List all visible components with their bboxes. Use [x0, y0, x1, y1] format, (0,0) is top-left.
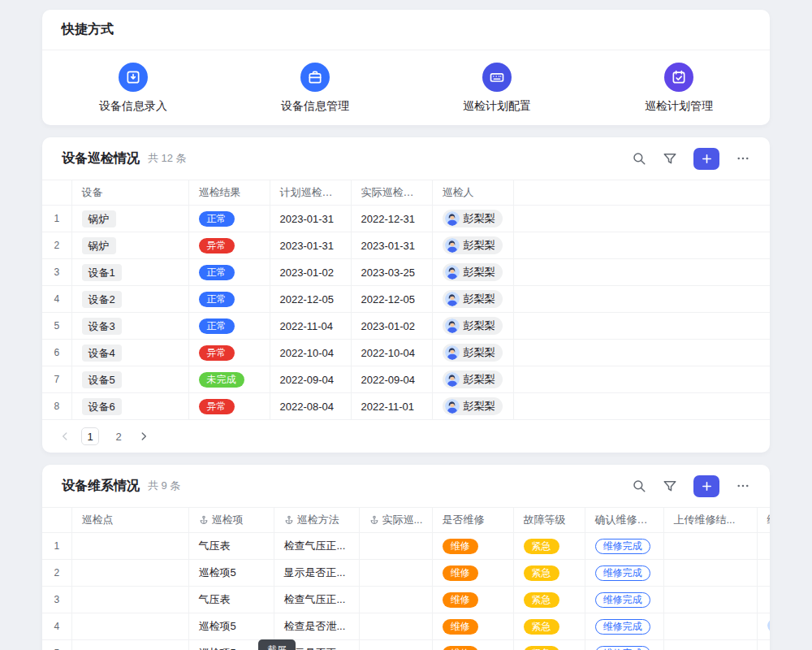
search-icon[interactable]: [632, 151, 646, 166]
col-point[interactable]: 巡检点: [71, 508, 188, 533]
upload-cell[interactable]: [663, 640, 757, 650]
method-cell[interactable]: 检查气压正...: [274, 533, 359, 560]
device-cell[interactable]: 设备2: [71, 286, 188, 313]
shortcut-plan-manage[interactable]: 巡检计划管理: [588, 63, 770, 114]
page-1-button[interactable]: 1: [81, 427, 99, 445]
add-record-button[interactable]: [693, 475, 719, 497]
point-cell[interactable]: [71, 533, 188, 560]
inspector-cell[interactable]: 彭梨梨: [432, 232, 513, 259]
filter-icon[interactable]: [663, 479, 677, 493]
result-cell[interactable]: 正常: [188, 259, 270, 286]
inspector-cell[interactable]: 彭梨梨: [432, 340, 513, 366]
result-cell[interactable]: 异常: [188, 393, 270, 420]
actual-date-cell[interactable]: 2022-09-04: [351, 366, 432, 393]
col-device[interactable]: 设备: [71, 180, 188, 206]
level-cell[interactable]: 紧急: [513, 640, 585, 650]
col-level[interactable]: 故障等级: [513, 508, 585, 533]
col-inspector[interactable]: 巡检人: [432, 180, 513, 206]
shortcut-plan-config[interactable]: 巡检计划配置: [406, 63, 588, 114]
inspector-cell[interactable]: 彭梨梨: [432, 259, 513, 286]
page-2-button[interactable]: 2: [110, 427, 127, 445]
point-cell[interactable]: [71, 560, 188, 587]
planned-date-cell[interactable]: 2022-09-04: [270, 366, 351, 393]
more-icon[interactable]: [736, 151, 750, 166]
device-cell[interactable]: 设备6: [71, 393, 188, 420]
actual-cell[interactable]: [359, 640, 432, 650]
planned-date-cell[interactable]: 2023-01-31: [270, 232, 351, 259]
col-planned-date[interactable]: 计划巡检日...: [270, 180, 351, 206]
actual-cell[interactable]: [359, 587, 432, 613]
planned-date-cell[interactable]: 2022-08-04: [270, 393, 351, 420]
result-cell[interactable]: 正常: [188, 286, 270, 313]
actual-date-cell[interactable]: 2023-03-25: [351, 259, 432, 286]
col-actual-date[interactable]: 实际巡检日...: [351, 180, 432, 206]
col-result[interactable]: 巡检结果: [188, 180, 270, 206]
actual-date-cell[interactable]: 2022-11-01: [351, 393, 432, 420]
actual-date-cell[interactable]: 2023-01-02: [351, 313, 432, 340]
result-cell[interactable]: 正常: [188, 313, 270, 340]
level-cell[interactable]: 紧急: [513, 560, 585, 587]
col-item[interactable]: 巡检项: [188, 508, 274, 533]
confirm-cell[interactable]: 维修完成: [585, 533, 663, 560]
item-cell[interactable]: 气压表: [188, 533, 274, 560]
confirm-cell[interactable]: 维修完成: [585, 613, 663, 640]
filter-icon[interactable]: [663, 151, 677, 166]
planned-date-cell[interactable]: 2022-11-04: [270, 313, 351, 340]
actual-date-cell[interactable]: 2022-10-04: [351, 340, 432, 366]
result-cell[interactable]: 异常: [188, 232, 270, 259]
actual-cell[interactable]: [359, 613, 432, 640]
device-cell[interactable]: 设备4: [71, 340, 188, 366]
add-record-button[interactable]: [693, 148, 719, 170]
col-upload[interactable]: 上传维修结...: [663, 508, 757, 533]
device-cell[interactable]: 设备3: [71, 313, 188, 340]
actual-date-cell[interactable]: 2022-12-31: [351, 206, 432, 232]
confirm-cell[interactable]: 维修完成: [585, 560, 663, 587]
result-cell[interactable]: 未完成: [188, 366, 270, 393]
result-cell[interactable]: 异常: [188, 340, 270, 366]
point-cell[interactable]: [71, 613, 188, 640]
method-cell[interactable]: 检查气压正...: [274, 587, 359, 613]
repair-cell[interactable]: 维修: [432, 560, 513, 587]
repair-cell[interactable]: 维修: [432, 587, 513, 613]
upload-cell[interactable]: [663, 613, 757, 640]
item-cell[interactable]: 巡检项5: [188, 613, 274, 640]
planned-date-cell[interactable]: 2023-01-02: [270, 259, 351, 286]
col-actual[interactable]: 实际巡...: [359, 508, 432, 533]
repair-cell[interactable]: 维修: [432, 533, 513, 560]
level-cell[interactable]: 紧急: [513, 587, 585, 613]
actual-date-cell[interactable]: 2022-12-05: [351, 286, 432, 313]
actual-cell[interactable]: [359, 560, 432, 587]
device-cell[interactable]: 锅炉: [71, 206, 188, 232]
next-page-icon[interactable]: [138, 431, 149, 442]
confirm-cell[interactable]: 维修完成: [585, 640, 663, 650]
level-cell[interactable]: 紧急: [513, 533, 585, 560]
shortcut-device-info-entry[interactable]: 设备信息录入: [42, 63, 224, 114]
planned-date-cell[interactable]: 2023-01-31: [270, 206, 351, 232]
col-method[interactable]: 巡检方法: [274, 508, 359, 533]
planned-date-cell[interactable]: 2022-10-04: [270, 340, 351, 366]
point-cell[interactable]: [71, 587, 188, 613]
confirm-cell[interactable]: 维修完成: [585, 587, 663, 613]
level-cell[interactable]: 紧急: [513, 613, 585, 640]
col-repair[interactable]: 是否维修: [432, 508, 513, 533]
inspector-cell[interactable]: 彭梨梨: [432, 286, 513, 313]
device-cell[interactable]: 设备5: [71, 366, 188, 393]
inspector-cell[interactable]: 彭梨梨: [432, 313, 513, 340]
more-icon[interactable]: [736, 479, 750, 493]
actual-cell[interactable]: [359, 533, 432, 560]
col-last-clipped[interactable]: 维...: [757, 508, 770, 533]
col-confirm[interactable]: 确认维修完...: [585, 508, 663, 533]
repairer-cell[interactable]: [757, 613, 770, 640]
item-cell[interactable]: 巡检项5: [188, 560, 274, 587]
device-cell[interactable]: 锅炉: [71, 232, 188, 259]
inspector-cell[interactable]: 彭梨梨: [432, 366, 513, 393]
inspector-cell[interactable]: 彭梨梨: [432, 206, 513, 232]
upload-cell[interactable]: [663, 533, 757, 560]
planned-date-cell[interactable]: 2022-12-05: [270, 286, 351, 313]
device-cell[interactable]: 设备1: [71, 259, 188, 286]
point-cell[interactable]: [71, 640, 188, 650]
method-cell[interactable]: 检查是否泄...: [274, 613, 359, 640]
repair-cell[interactable]: 维修: [432, 613, 513, 640]
inspector-cell[interactable]: 彭梨梨: [432, 393, 513, 420]
item-cell[interactable]: 气压表: [188, 587, 274, 613]
